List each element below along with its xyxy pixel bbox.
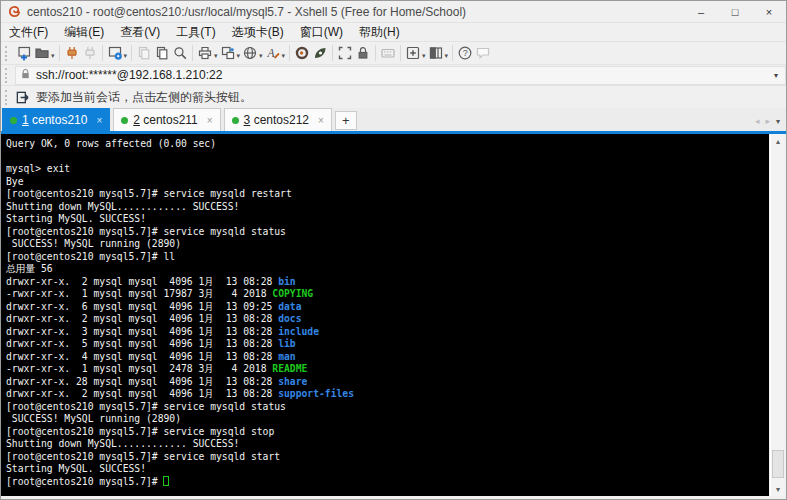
connected-status-dot bbox=[232, 117, 239, 124]
terminal-line: [root@centos210 mysql5.7]# service mysql… bbox=[6, 401, 769, 414]
toolbar-separator bbox=[289, 45, 290, 61]
menu-item-tab[interactable]: 选项卡(B) bbox=[224, 23, 292, 42]
menu-item-tools[interactable]: 工具(T) bbox=[168, 23, 223, 42]
layout-dropdown-icon[interactable]: ▾ bbox=[445, 52, 449, 59]
layout-icon[interactable] bbox=[427, 43, 445, 64]
menu-item-help[interactable]: 帮助(H) bbox=[351, 23, 408, 42]
scroll-up-icon[interactable]: ▴ bbox=[771, 134, 785, 148]
lock-icon[interactable] bbox=[354, 43, 372, 64]
web-dropdown-icon[interactable]: ▾ bbox=[259, 52, 263, 59]
scroll-down-icon[interactable]: ▾ bbox=[771, 482, 785, 496]
session-hint-text: 要添加当前会话，点击左侧的箭头按钮。 bbox=[36, 89, 252, 106]
window-title: centos210 - root@centos210:/usr/local/my… bbox=[27, 5, 684, 19]
open-folder-dropdown-icon[interactable]: ▾ bbox=[51, 52, 55, 59]
new-tab-dropdown-icon[interactable]: ▾ bbox=[422, 52, 426, 59]
copy-icon bbox=[135, 43, 153, 64]
terminal-line: drwxr-xr-x. 28 mysql mysql 4096 1月 13 08… bbox=[6, 376, 769, 389]
new-tab-button[interactable]: + bbox=[335, 111, 357, 130]
tab-centos212[interactable]: 3 centos212× bbox=[224, 108, 332, 131]
terminal-line: -rwxr-xr-x. 1 mysql mysql 2478 3月 4 2018… bbox=[6, 363, 769, 376]
tab-close-icon[interactable]: × bbox=[318, 115, 324, 126]
svg-text:?: ? bbox=[463, 48, 468, 58]
help-icon[interactable]: ? bbox=[456, 43, 474, 64]
tab-centos211[interactable]: 2 centos211× bbox=[113, 108, 220, 131]
new-tab-icon[interactable] bbox=[404, 43, 422, 64]
add-session-button[interactable] bbox=[15, 90, 30, 105]
tab-close-icon[interactable]: × bbox=[207, 115, 213, 126]
address-value: ssh://root:******@192.168.1.210:22 bbox=[36, 68, 771, 82]
find-icon[interactable] bbox=[171, 43, 189, 64]
xshell-app-icon bbox=[7, 4, 22, 19]
transfer-icon[interactable] bbox=[219, 43, 237, 64]
toolbar-separator bbox=[452, 45, 453, 61]
font-icon[interactable]: A bbox=[264, 43, 282, 64]
terminal-line: [root@centos210 mysql5.7]# service mysql… bbox=[6, 226, 769, 239]
terminal-line: Query OK, 0 rows affected (0.00 sec) bbox=[6, 138, 769, 151]
terminal-line: Shutting down MySQL............ SUCCESS! bbox=[6, 438, 769, 451]
terminal-line: [root@centos210 mysql5.7]# service mysql… bbox=[6, 188, 769, 201]
terminal-line: drwxr-xr-x. 5 mysql mysql 4096 1月 13 08:… bbox=[6, 338, 769, 351]
terminal-line: Shutting down MySQL............ SUCCESS! bbox=[6, 201, 769, 214]
menu-item-view[interactable]: 查看(V) bbox=[112, 23, 168, 42]
menu-item-edit[interactable]: 编辑(E) bbox=[56, 23, 112, 42]
address-input[interactable]: ssh://root:******@192.168.1.210:22 ▾ bbox=[15, 66, 786, 85]
terminal-line: [root@centos210 mysql5.7]# bbox=[6, 476, 769, 489]
terminal-line: drwxr-xr-x. 2 mysql mysql 4096 1月 13 08:… bbox=[6, 276, 769, 289]
maximize-button[interactable]: □ bbox=[718, 2, 752, 22]
toolbar-separator bbox=[102, 45, 103, 61]
paste-icon[interactable] bbox=[153, 43, 171, 64]
tab-centos210[interactable]: 1 centos210× bbox=[2, 108, 110, 131]
terminal-line: mysql> exit bbox=[6, 163, 769, 176]
open-folder-icon[interactable] bbox=[33, 43, 51, 64]
tab-label: 2 centos211 bbox=[133, 113, 198, 127]
print-icon[interactable] bbox=[196, 43, 214, 64]
minimize-button[interactable]: – bbox=[684, 2, 718, 22]
terminal-line: -rwxr-xr-x. 1 mysql mysql 17987 3月 4 201… bbox=[6, 288, 769, 301]
toolbar-separator bbox=[400, 45, 401, 61]
web-icon[interactable] bbox=[241, 43, 259, 64]
terminal-line: SUCCESS! MySQL running (2890) bbox=[6, 238, 769, 251]
toolbar-separator bbox=[332, 45, 333, 61]
terminal-line: Bye bbox=[6, 176, 769, 189]
new-session-icon[interactable] bbox=[15, 43, 33, 64]
menu-item-file[interactable]: 文件(F) bbox=[1, 23, 56, 42]
toolbar-grip[interactable] bbox=[5, 46, 10, 61]
terminal[interactable]: Query OK, 0 rows affected (0.00 sec)mysq… bbox=[1, 134, 769, 496]
session-properties-dropdown-icon[interactable]: ▾ bbox=[124, 52, 128, 59]
xshell-window: centos210 - root@centos210:/usr/local/my… bbox=[0, 0, 787, 500]
scrollbar-thumb[interactable] bbox=[772, 450, 784, 478]
print-dropdown-icon[interactable]: ▾ bbox=[214, 52, 218, 59]
menu-item-window[interactable]: 窗口(W) bbox=[292, 23, 351, 42]
terminal-line bbox=[6, 151, 769, 164]
font-dropdown-icon[interactable]: ▾ bbox=[282, 52, 286, 59]
transfer-dropdown-icon[interactable]: ▾ bbox=[237, 52, 241, 59]
terminal-scrollbar[interactable]: ▴ ▾ bbox=[770, 134, 785, 496]
terminal-line: drwxr-xr-x. 2 mysql mysql 4096 1月 13 08:… bbox=[6, 313, 769, 326]
address-dropdown-icon[interactable]: ▾ bbox=[771, 71, 781, 80]
tab-scroll-left-icon[interactable]: ◂ bbox=[755, 116, 760, 126]
terminal-cursor bbox=[163, 476, 169, 486]
tab-bar: 1 centos210×2 centos211×3 centos212× + ◂… bbox=[1, 108, 786, 131]
session-properties-icon[interactable] bbox=[106, 43, 124, 64]
terminal-line: Starting MySQL. SUCCESS! bbox=[6, 213, 769, 226]
terminal-line: drwxr-xr-x. 3 mysql mysql 4096 1月 13 08:… bbox=[6, 326, 769, 339]
address-bar-grip[interactable] bbox=[5, 68, 10, 83]
terminal-line: drwxr-xr-x. 2 mysql mysql 4096 1月 13 08:… bbox=[6, 388, 769, 401]
toolbar-separator bbox=[59, 45, 60, 61]
address-bar: ssh://root:******@192.168.1.210:22 ▾ bbox=[1, 64, 786, 85]
session-bar-grip[interactable] bbox=[5, 90, 10, 105]
reconnect-icon[interactable] bbox=[63, 43, 81, 64]
title-bar: centos210 - root@centos210:/usr/local/my… bbox=[1, 1, 786, 22]
fullscreen-icon[interactable] bbox=[336, 43, 354, 64]
close-button[interactable]: × bbox=[752, 2, 786, 22]
terminal-line: Starting MySQL. SUCCESS! bbox=[6, 463, 769, 476]
tab-scroll-right-icon[interactable]: ▸ bbox=[765, 116, 770, 126]
xftp-icon[interactable] bbox=[311, 43, 329, 64]
connected-status-dot bbox=[121, 117, 128, 124]
tab-close-icon[interactable]: × bbox=[96, 115, 102, 126]
xagent-icon[interactable] bbox=[293, 43, 311, 64]
tab-list-dropdown-icon[interactable]: ▾ bbox=[776, 117, 780, 126]
tab-label: 3 centos212 bbox=[244, 113, 309, 127]
tab-navigation: ◂ ▸ ▾ bbox=[755, 116, 786, 126]
toolbar-separator bbox=[375, 45, 376, 61]
